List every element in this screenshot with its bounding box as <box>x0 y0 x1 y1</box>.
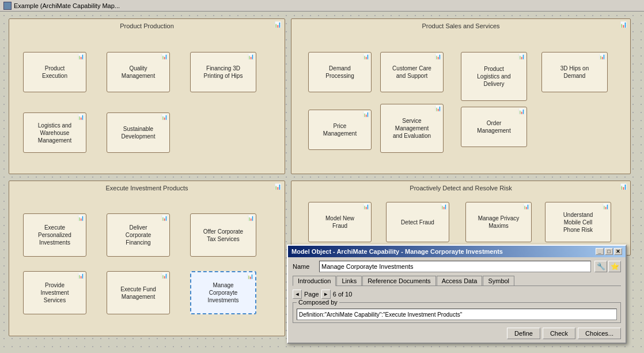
cap-icon-manage-corporate: 📊 <box>247 273 253 280</box>
cap-logistics-warehouse[interactable]: 📊Logistics and Warehouse Management <box>23 112 86 153</box>
cap-icon-product-logistics: 📊 <box>518 54 525 61</box>
modal-close-btn[interactable]: ✕ <box>614 248 622 255</box>
cap-manage-corporate[interactable]: 📊Manage Corporayte Investments <box>190 271 256 314</box>
modal-page-fwd-btn[interactable]: ► <box>321 290 331 299</box>
cap-label-provide-investment: Provide Investment Services <box>41 281 69 304</box>
cap-label-price-management: Price Management <box>323 122 357 137</box>
modal-check-btn[interactable]: Check <box>543 328 575 339</box>
cap-service-management[interactable]: 📊Service Management and Evaluation <box>380 104 444 153</box>
cap-label-financing-3d: Financing 3D Printing of Hips <box>204 65 243 80</box>
cap-label-deliver-corporate: Deliver Corporate Financing <box>126 224 151 246</box>
modal-pagination: ◄Page►6 of 10 <box>293 290 621 299</box>
cap-financing-3d[interactable]: 📊Financing 3D Printing of Hips <box>190 52 256 92</box>
cap-model-new-fraud[interactable]: 📊Model New Fraud <box>308 202 372 242</box>
app-icon <box>3 2 12 10</box>
modal-name-input[interactable] <box>319 261 591 272</box>
cap-quality-management[interactable]: 📊Quality Management <box>107 52 170 92</box>
cap-icon-3d-hips: 📊 <box>599 54 605 61</box>
modal-title-bar: Model Object - ArchiMate Capability - Ma… <box>288 246 626 257</box>
cap-label-product-logistics: Product Logistics and Delivery <box>477 65 510 88</box>
group-title-product-sales: Product Sales and Services <box>291 22 630 29</box>
title-bar: Example (ArchiMate Capability Map... <box>0 0 644 12</box>
modal-define-btn[interactable]: Define <box>507 328 540 339</box>
cap-icon-service-management: 📊 <box>435 106 441 112</box>
cap-icon-model-new-fraud: 📊 <box>363 204 369 211</box>
cap-label-execute-personalized: Execute Personalized Investments <box>38 224 71 246</box>
cap-offer-corporate-tax[interactable]: 📊Offer Corporate Tax Services <box>190 213 256 257</box>
group-title-execute-investment: Execute Investment Products <box>9 185 285 191</box>
cap-3d-hips[interactable]: 📊3D Hips on Demand <box>541 52 608 92</box>
cap-icon-manage-privacy: 📊 <box>523 204 529 211</box>
cap-understand-mobile[interactable]: 📊Understand Mobile Cell Phone Risk <box>545 202 611 242</box>
cap-deliver-corporate[interactable]: 📊Deliver Corporate Financing <box>107 213 170 257</box>
cap-manage-privacy[interactable]: 📊Manage Privacy Maxims <box>465 202 532 242</box>
group-title-proactively-detect: Proactively Detect and Resolve Risk <box>291 185 630 191</box>
modal-name-label: Name <box>293 263 316 270</box>
cap-label-detect-fraud: Detect Fraud <box>401 219 434 226</box>
modal-name-icon-btn2[interactable]: ⭐ <box>608 261 621 272</box>
modal-choices--btn[interactable]: Choices... <box>578 328 621 339</box>
modal-bottom-row: DefineCheckChoices... <box>293 326 621 339</box>
modal-tab-access-data[interactable]: Access Data <box>437 276 483 286</box>
cap-customer-care[interactable]: 📊Customer Care and Support <box>380 52 444 92</box>
cap-product-logistics[interactable]: 📊Product Logistics and Delivery <box>461 52 527 101</box>
cap-label-service-management: Service Management and Evaluation <box>393 117 431 140</box>
modal-name-icon-btn1[interactable]: 🔧 <box>594 261 607 272</box>
cap-detect-fraud[interactable]: 📊Detect Fraud <box>386 202 449 242</box>
group-icon-product-production: 📊 <box>274 21 281 28</box>
cap-execute-fund[interactable]: 📊Execute Fund Management <box>107 271 170 314</box>
modal-tab-symbol[interactable]: Symbol <box>483 276 514 286</box>
group-title-product-production: Product Production <box>9 22 285 29</box>
cap-label-execute-fund: Execute Fund Management <box>120 286 156 301</box>
group-icon-proactively-detect: 📊 <box>620 183 627 190</box>
modal-title: Model Object - ArchiMate Capability - Ma… <box>291 248 503 255</box>
cap-icon-deliver-corporate: 📊 <box>161 215 168 222</box>
cap-label-demand-processing: Demand Processing <box>325 65 354 80</box>
cap-execute-personalized[interactable]: 📊Execute Personalized Investments <box>23 213 86 257</box>
cap-label-manage-corporate: Manage Corporayte Investments <box>208 281 239 304</box>
cap-icon-sustainable-development: 📊 <box>161 114 168 121</box>
modal-page-label: Page <box>304 291 319 298</box>
modal-body: Name🔧⭐IntroductionLinksReference Documen… <box>288 257 626 343</box>
modal-page-value: 6 of 10 <box>333 291 353 298</box>
cap-icon-offer-corporate-tax: 📊 <box>248 215 254 222</box>
cap-icon-execute-personalized: 📊 <box>78 215 84 222</box>
modal-tab-introduction[interactable]: Introduction <box>293 276 336 286</box>
cap-icon-quality-management: 📊 <box>161 54 168 61</box>
cap-icon-financing-3d: 📊 <box>248 54 254 61</box>
modal-tab-links[interactable]: Links <box>336 276 362 286</box>
cap-label-3d-hips: 3D Hips on Demand <box>560 65 589 80</box>
cap-price-management[interactable]: 📊Price Management <box>308 110 372 150</box>
modal-input-icons: 🔧⭐ <box>594 261 621 272</box>
cap-provide-investment[interactable]: 📊Provide Investment Services <box>23 271 86 314</box>
cap-label-sustainable-development: Sustainable Development <box>122 125 156 140</box>
cap-icon-product-execution: 📊 <box>78 54 84 61</box>
modal-tabs: IntroductionLinksReference DocumentsAcce… <box>293 276 621 286</box>
cap-label-logistics-warehouse: Logistics and Warehouse Management <box>38 122 71 144</box>
modal-definition-value: Definition:"ArchiMate Capability":"Execu… <box>297 309 617 320</box>
modal-dialog: Model Object - ArchiMate Capability - Ma… <box>287 245 627 344</box>
group-icon-execute-investment: 📊 <box>274 183 281 190</box>
modal-restore-btn[interactable]: □ <box>605 248 613 255</box>
group-icon-product-sales: 📊 <box>620 21 627 28</box>
cap-label-order-management: Order Management <box>477 119 510 134</box>
cap-label-model-new-fraud: Model New Fraud <box>325 215 354 230</box>
cap-icon-detect-fraud: 📊 <box>441 204 447 211</box>
cap-label-offer-corporate-tax: Offer Corporate Tax Services <box>203 228 243 243</box>
modal-tab-reference-documents[interactable]: Reference Documents <box>362 276 435 286</box>
cap-label-manage-privacy: Manage Privacy Maxims <box>478 215 520 230</box>
cap-order-management[interactable]: 📊Order Management <box>461 107 527 147</box>
cap-demand-processing[interactable]: 📊Demand Processing <box>308 52 372 92</box>
cap-icon-price-management: 📊 <box>363 111 369 118</box>
modal-minimize-btn[interactable]: _ <box>596 248 604 255</box>
cap-product-execution[interactable]: 📊Product Execution <box>23 52 86 92</box>
cap-label-understand-mobile: Understand Mobile Cell Phone Risk <box>563 211 593 234</box>
cap-icon-demand-processing: 📊 <box>363 54 369 61</box>
modal-section-title: Composed by <box>297 299 339 306</box>
canvas: Product Production📊📊Product Execution📊Qu… <box>0 12 644 353</box>
cap-label-customer-care: Customer Care and Support <box>392 65 431 80</box>
cap-icon-customer-care: 📊 <box>435 54 441 61</box>
modal-composed-section: Composed byDefinition:"ArchiMate Capabil… <box>293 302 621 323</box>
modal-page-back-btn[interactable]: ◄ <box>293 290 302 299</box>
cap-sustainable-development[interactable]: 📊Sustainable Development <box>107 112 170 153</box>
